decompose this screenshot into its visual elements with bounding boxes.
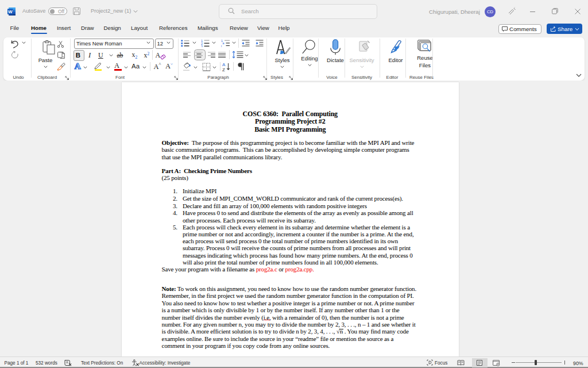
svg-text:i: i xyxy=(221,44,222,47)
svg-text:W: W xyxy=(8,9,13,14)
svg-text:a: a xyxy=(222,41,224,45)
svg-text:Z: Z xyxy=(222,67,225,71)
svg-text:3: 3 xyxy=(201,45,203,47)
